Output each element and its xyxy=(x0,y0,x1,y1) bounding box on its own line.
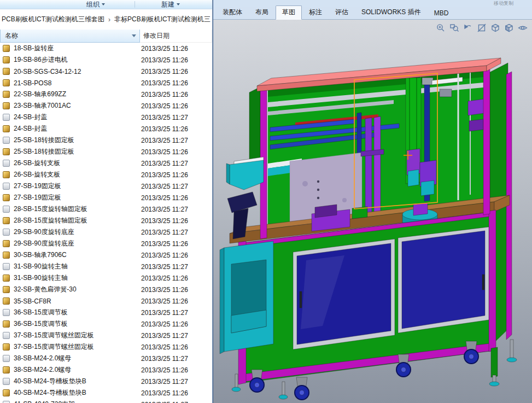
file-row[interactable]: 19-SB-86步进电机 2013/3/25 11:26 xyxy=(0,54,212,66)
file-row[interactable]: 38-SB-M24-2.0螺母 2013/3/25 11:26 xyxy=(0,364,212,376)
file-modified-date: 2013/3/25 11:26 xyxy=(141,102,188,110)
organize-label: 组织 xyxy=(86,0,100,9)
file-row[interactable]: 25-SB-18转接固定板 2013/3/25 11:26 xyxy=(0,146,212,157)
new-button[interactable]: 新建 xyxy=(158,0,183,9)
file-icon xyxy=(3,332,10,339)
file-row[interactable]: 36-SB-15度调节板 2013/3/25 11:26 xyxy=(0,318,212,330)
zoom-fit-icon[interactable] xyxy=(436,23,446,33)
file-row[interactable]: 31-SB-90旋转主轴 2013/3/25 11:27 xyxy=(0,261,212,272)
file-row[interactable]: 30-SB-轴承7906C 2013/3/25 11:26 xyxy=(0,249,212,261)
previous-view-icon[interactable] xyxy=(463,23,473,33)
name-column-label: 名称 xyxy=(5,31,18,40)
view-orientation-icon[interactable] xyxy=(490,23,500,33)
sldprt-file-icon xyxy=(3,148,10,155)
file-row[interactable]: 25-SB-18转接固定板 2013/3/25 11:27 xyxy=(0,135,212,146)
column-headers: 名称 修改日期 xyxy=(0,30,212,43)
solidworks-window: 移动复制 装配体布局草图标注评估SOLIDWORKS 插件MBD xyxy=(213,0,532,403)
column-header-date[interactable]: 修改日期 xyxy=(140,30,212,43)
file-modified-date: 2013/3/25 11:26 xyxy=(141,286,188,294)
file-modified-date: 2013/3/25 11:26 xyxy=(141,56,188,64)
file-icon xyxy=(3,137,10,144)
file-icon xyxy=(3,183,10,190)
file-row[interactable]: 37-SB-15度调节螺丝固定板 2013/3/25 11:27 xyxy=(0,330,212,341)
file-name: 40-SB-M24-导槽板垫块B xyxy=(14,388,141,398)
new-label: 新建 xyxy=(161,0,174,9)
sldprt-file-icon xyxy=(3,343,10,351)
file-icon xyxy=(3,309,10,316)
file-row[interactable]: 32-SB-黄色扁弹簧-30 2013/3/25 11:26 xyxy=(0,284,212,295)
file-row[interactable]: 27-SB-19固定板 2013/3/25 11:27 xyxy=(0,180,212,192)
file-row[interactable]: 29-SB-90度旋转底座 2013/3/25 11:26 xyxy=(0,238,212,249)
file-explorer-panel: 组织 新建 PCB刷板机ICT测试检测机三维套图 › 非标PCB刷板机ICT测试… xyxy=(0,0,213,403)
file-row[interactable]: 41-SB-4040-720支架 2013/3/25 11:27 xyxy=(0,399,212,403)
file-modified-date: 2013/3/25 11:27 xyxy=(141,137,188,144)
file-modified-date: 2013/3/25 11:27 xyxy=(141,160,188,167)
file-row[interactable]: 28-SB-15度旋转轴固定板 2013/3/25 11:27 xyxy=(0,203,212,215)
file-row[interactable]: 38-SB-M24-2.0螺母 2013/3/25 11:27 xyxy=(0,353,212,364)
sldprt-file-icon xyxy=(3,274,10,282)
tab-布局[interactable]: 布局 xyxy=(249,6,274,19)
file-name: 37-SB-15度调节螺丝固定板 xyxy=(14,342,141,352)
file-modified-date: 2013/3/25 11:27 xyxy=(141,114,188,121)
breadcrumb: PCB刷板机ICT测试检测机三维套图 › 非标PCB刷板机ICT测试检测机三 xyxy=(0,9,212,30)
display-style-icon[interactable] xyxy=(504,23,514,33)
file-name: 36-SB-15度调节板 xyxy=(14,308,141,317)
file-row[interactable]: 18-SB-旋转座 2013/3/25 11:26 xyxy=(0,43,212,54)
chevron-down-icon xyxy=(102,3,105,5)
file-row[interactable]: 24-SB-封盖 2013/3/25 11:27 xyxy=(0,112,212,123)
file-row[interactable]: 27-SB-19固定板 2013/3/25 11:26 xyxy=(0,192,212,203)
file-row[interactable]: 37-SB-15度调节螺丝固定板 2013/3/25 11:26 xyxy=(0,341,212,353)
file-row[interactable]: 29-SB-90度旋转底座 2013/3/25 11:27 xyxy=(0,226,212,238)
graphics-viewport[interactable] xyxy=(213,20,532,403)
file-row[interactable]: 23-SB-轴承7001AC 2013/3/25 11:26 xyxy=(0,100,212,112)
file-name: 20-SB-SGS-C34-12-12 xyxy=(14,68,141,75)
file-row[interactable]: 31-SB-90旋转主轴 2013/3/25 11:26 xyxy=(0,272,212,284)
file-row[interactable]: 40-SB-M24-导槽板垫块B 2013/3/25 11:26 xyxy=(0,387,212,399)
file-row[interactable]: 21-SB-POS8 2013/3/25 11:26 xyxy=(0,77,212,89)
file-name: 36-SB-15度调节板 xyxy=(14,319,141,329)
file-modified-date: 2013/3/25 11:27 xyxy=(141,183,188,190)
section-view-icon[interactable] xyxy=(477,23,487,33)
file-row[interactable]: 40-SB-M24-导槽板垫块B 2013/3/25 11:27 xyxy=(0,376,212,387)
file-modified-date: 2013/3/25 11:26 xyxy=(141,194,188,202)
column-header-name[interactable]: 名称 xyxy=(0,30,140,43)
view-heads-up-toolbar xyxy=(436,23,528,33)
file-row[interactable]: 20-SB-SGS-C34-12-12 2013/3/25 11:26 xyxy=(0,66,212,77)
filter-dropdown-icon[interactable] xyxy=(132,34,136,37)
file-icon xyxy=(3,263,10,270)
cad-model-3d-view[interactable] xyxy=(213,20,532,403)
file-modified-date: 2013/3/25 11:26 xyxy=(141,366,188,374)
zoom-area-icon[interactable] xyxy=(449,23,459,33)
organize-button[interactable]: 组织 xyxy=(83,0,108,9)
tab-草图[interactable]: 草图 xyxy=(276,5,302,20)
file-name: 23-SB-轴承7001AC xyxy=(14,101,141,110)
file-name: 40-SB-M24-导槽板垫块B xyxy=(14,377,141,386)
tab-SOLIDWORKS 插件[interactable]: SOLIDWORKS 插件 xyxy=(355,6,427,19)
file-name: 22-SB-轴承699ZZ xyxy=(14,90,141,99)
tab-评估[interactable]: 评估 xyxy=(329,6,354,19)
tab-装配体[interactable]: 装配体 xyxy=(217,6,248,19)
hide-show-items-icon[interactable] xyxy=(518,23,528,33)
file-modified-date: 2013/3/25 11:26 xyxy=(141,240,188,248)
file-name: 38-SB-M24-2.0螺母 xyxy=(14,365,141,375)
sldprt-file-icon xyxy=(3,91,10,98)
tab-MBD[interactable]: MBD xyxy=(428,8,455,19)
breadcrumb-parent-folder[interactable]: PCB刷板机ICT测试检测机三维套图 xyxy=(2,15,104,24)
file-row[interactable]: 22-SB-轴承699ZZ 2013/3/25 11:26 xyxy=(0,89,212,100)
file-list: 18-SB-旋转座 2013/3/25 11:26 19-SB-86步进电机 2… xyxy=(0,43,212,403)
sldprt-file-icon xyxy=(3,102,10,109)
file-name: 25-SB-18转接固定板 xyxy=(14,136,141,145)
sldprt-file-icon xyxy=(3,125,10,132)
file-row[interactable]: 24-SB-封盖 2013/3/25 11:26 xyxy=(0,123,212,135)
file-row[interactable]: 26-SB-旋转支板 2013/3/25 11:27 xyxy=(0,157,212,169)
file-row[interactable]: 28-SB-15度旋转轴固定板 2013/3/25 11:26 xyxy=(0,215,212,226)
file-row[interactable]: 36-SB-15度调节板 2013/3/25 11:27 xyxy=(0,307,212,318)
file-modified-date: 2013/3/25 11:27 xyxy=(141,229,188,236)
command-manager-tabs: 装配体布局草图标注评估SOLIDWORKS 插件MBD xyxy=(213,7,532,20)
date-column-label: 修改日期 xyxy=(143,31,169,40)
tab-标注[interactable]: 标注 xyxy=(303,6,328,19)
breadcrumb-current-folder[interactable]: 非标PCB刷板机ICT测试检测机三 xyxy=(114,15,211,24)
file-row[interactable]: 26-SB-旋转支板 2013/3/25 11:26 xyxy=(0,169,212,180)
file-row[interactable]: 35-SB-CF8R 2013/3/25 11:26 xyxy=(0,295,212,307)
file-name: 32-SB-黄色扁弹簧-30 xyxy=(14,285,141,294)
